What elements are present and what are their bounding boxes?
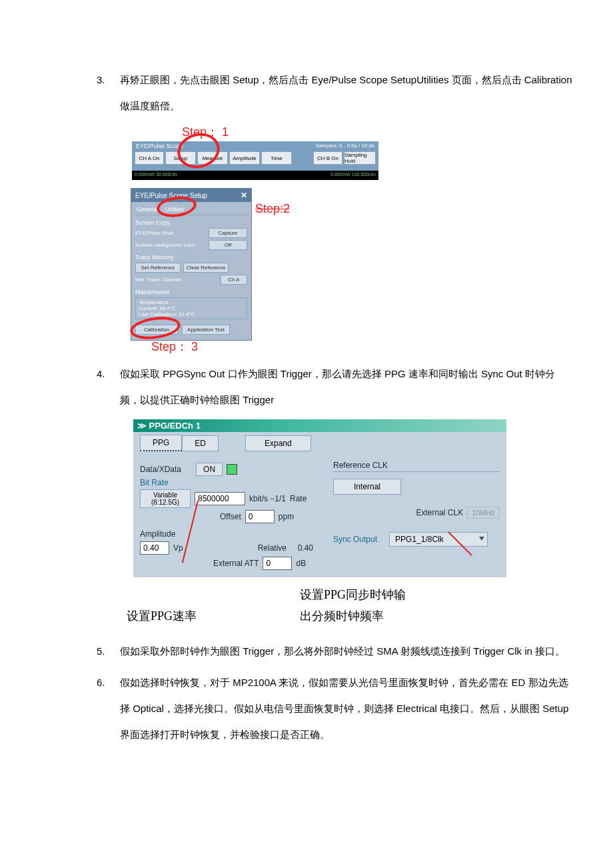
label-bit-rate: Bit Rate xyxy=(140,478,313,487)
list-item-6: 6. 假如选择时钟恢复，对于 MP2100A 来说，假如需要从光信号里面恢复时钟… xyxy=(40,669,573,747)
label-offset: Offset xyxy=(220,512,241,521)
ch-a-button[interactable]: Ch A xyxy=(221,275,247,285)
item-number: 6. xyxy=(97,669,105,695)
annotation-left: 设置PPG速率 xyxy=(127,584,300,624)
label-sync-output: Sync Output xyxy=(333,535,377,544)
application-test-button[interactable]: Application Test xyxy=(182,325,230,335)
label-eye-pulse-shot: EYE/Pulse Shot xyxy=(135,230,206,236)
tab-utilities[interactable]: Utilities xyxy=(163,205,189,215)
scope-top-panel: EYE/Pulse Scope Samples: 0 - 0.0s / 10.0… xyxy=(132,141,378,180)
label-ref-trace: Ref. Trace Channel xyxy=(135,277,218,283)
scope-setup-dialog: EYE/Pulse Scope Setup ✕ General Utilitie… xyxy=(131,188,252,341)
external-att-input[interactable]: 0 xyxy=(263,557,292,570)
label-relative: Relative xyxy=(258,543,287,553)
label-inverse-bg: Inverse background color xyxy=(135,242,206,248)
ten-mhz-button[interactable]: 10MHz xyxy=(467,507,500,519)
sampling-hold-button[interactable]: Sampling Hold xyxy=(344,151,376,165)
ch-b-on-button[interactable]: CH B On xyxy=(313,151,342,165)
section-maintenance: Maintenance xyxy=(135,289,247,295)
on-button[interactable]: ON xyxy=(196,463,223,476)
label-vp: Vp xyxy=(173,543,183,553)
annotation-right: 设置PPG同步时钟输 出分频时钟频率 xyxy=(300,584,406,627)
clear-reference-button[interactable]: Clear Reference xyxy=(183,263,229,273)
label-data-xdata: Data/XData xyxy=(140,465,181,474)
set-reference-button[interactable]: Set Reference xyxy=(135,263,181,273)
ch-a-on-button[interactable]: CH A On xyxy=(135,151,164,165)
label-current-temp: Current: 34.4°C xyxy=(139,305,244,311)
close-icon[interactable]: ✕ xyxy=(241,191,247,200)
relative-value: 0.40 xyxy=(291,543,313,553)
calibration-button[interactable]: Calibration xyxy=(135,325,178,335)
figure-ppg: ≫ PPG/EDCh 1 PPG ED Expand Data/XData ON xyxy=(100,419,573,627)
variable-selector[interactable]: Variable (8:12.5G) xyxy=(140,489,191,508)
expand-button[interactable]: Expand xyxy=(245,435,311,451)
item-text: 假如采取外部时钟作为眼图 Trigger，那么将外部时钟经过 SMA 射频线缆连… xyxy=(120,645,565,657)
step-3-label: Step： 3 xyxy=(151,339,198,355)
item-number: 3. xyxy=(97,67,105,93)
list-item-3: 3. 再矫正眼图，先点击眼图 Setup，然后点击 Eye/Pulse Scop… xyxy=(40,67,573,119)
sync-output-select[interactable]: PPG1_1/8Clk xyxy=(389,532,488,547)
label-db: dB xyxy=(296,559,306,568)
label-external-att: External ATT xyxy=(213,559,259,568)
item-text: 假如采取 PPGSync Out 口作为眼图 Trigger，那么请先选择 PP… xyxy=(120,368,555,405)
item-text: 再矫正眼图，先点击眼图 Setup，然后点击 Eye/Pulse Scope S… xyxy=(120,74,572,111)
label-temperature: Temperature xyxy=(139,299,244,305)
section-trace-memory: Trace Memory xyxy=(135,254,247,261)
step-1-label: Step： 1 xyxy=(132,124,378,141)
section-screen-copy: Screen Copy xyxy=(135,219,247,226)
step-2-label: Step:2 xyxy=(255,202,290,216)
time-button[interactable]: Time xyxy=(261,151,292,165)
figure-scope: Step： 1 EYE/Pulse Scope Samples: 0 - 0.0… xyxy=(100,124,573,341)
label-rate: Rate xyxy=(290,494,306,503)
label-reference-clk: Reference CLK xyxy=(333,461,500,470)
list-item-5: 5. 假如采取外部时钟作为眼图 Trigger，那么将外部时钟经过 SMA 射频… xyxy=(40,638,573,664)
label-ppm: ppm xyxy=(279,512,294,521)
measure-button[interactable]: Measure xyxy=(197,151,228,165)
offset-input[interactable]: 0 xyxy=(245,510,275,523)
tab-ed[interactable]: ED xyxy=(182,435,219,451)
item-text: 假如选择时钟恢复，对于 MP2100A 来说，假如需要从光信号里面恢复时钟，首先… xyxy=(120,677,568,740)
list-item-4: 4. 假如采取 PPGSync Out 口作为眼图 Trigger，那么请先选择… xyxy=(40,361,573,413)
scope-title: EYE/Pulse Scope xyxy=(136,143,183,149)
tab-general[interactable]: General xyxy=(135,205,163,215)
amplitude-input[interactable]: 0.40 xyxy=(140,541,169,555)
capture-button[interactable]: Capture xyxy=(209,228,247,238)
setup-button[interactable]: Setup xyxy=(165,151,196,165)
label-amplitude: Amplitude xyxy=(140,529,175,539)
item-number: 5. xyxy=(97,638,105,664)
item-number: 4. xyxy=(97,361,105,387)
tab-ppg[interactable]: PPG xyxy=(140,435,182,451)
label-last-cal: Last Calibration: 31.4°C xyxy=(139,311,244,317)
scope-samples: Samples: 0 - 0.0s / 10.0s xyxy=(316,143,375,149)
ppg-title-bar: ≫ PPG/EDCh 1 xyxy=(133,419,506,432)
scope-info-left: 0.000mW 30.000/div xyxy=(132,171,180,180)
off-button[interactable]: Off xyxy=(209,240,247,250)
amplitude-button[interactable]: Amplitude xyxy=(229,151,260,165)
status-led-icon xyxy=(227,464,237,475)
label-external-clk: External CLK xyxy=(416,508,463,517)
bitrate-input[interactable]: 8500000 xyxy=(195,492,245,505)
setup-dialog-title: EYE/Pulse Scope Setup xyxy=(135,192,207,199)
internal-button[interactable]: Internal xyxy=(333,479,401,495)
scope-info-right: 0.000mW 100.000/div xyxy=(328,171,378,180)
label-kbits: kbit/s −1/1 xyxy=(249,494,286,503)
